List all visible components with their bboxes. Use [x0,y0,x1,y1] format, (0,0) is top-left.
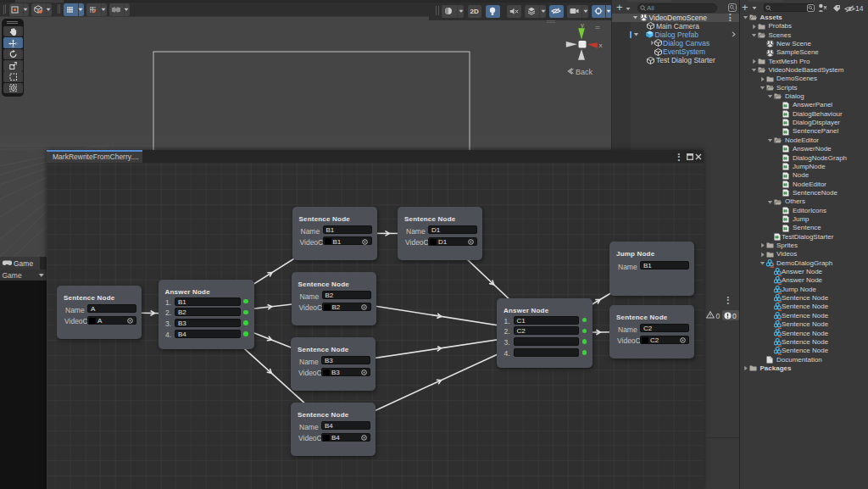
svg-text:x: x [599,42,603,49]
svg-text:y: y [581,21,584,29]
